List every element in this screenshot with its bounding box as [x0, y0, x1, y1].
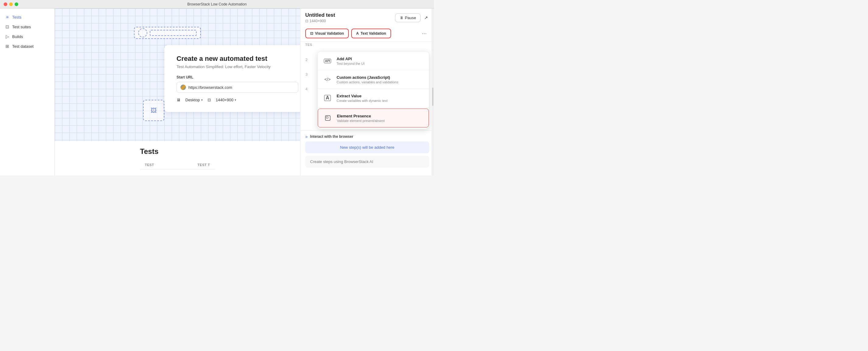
sidebar-item-label-test-dataset: Test dataset: [12, 44, 33, 49]
monitor-small-icon: ⊡: [305, 19, 308, 23]
text-validation-button[interactable]: A Text Validation: [351, 29, 391, 38]
api-icon: API: [322, 56, 332, 66]
extract-value-desc: Create variables with dynamic text: [337, 99, 388, 102]
step-numbers: 2 3 4: [300, 50, 313, 130]
interact-label: Interact with the browser: [310, 134, 353, 139]
test-suites-icon: ⊡: [5, 24, 10, 29]
svg-rect-1: [326, 117, 328, 118]
col-test-type: TEST T: [197, 163, 210, 167]
interact-section: » Interact with the browser New step(s) …: [300, 130, 434, 171]
wireframe-rect: [150, 30, 196, 36]
maximize-button[interactable]: [14, 2, 18, 6]
text-val-icon: A: [356, 31, 359, 36]
add-api-desc: Test beyond the UI: [337, 62, 365, 65]
add-api-title: Add API: [337, 57, 365, 61]
globe-icon: [181, 85, 186, 90]
monitor-icon: 🖥: [177, 98, 181, 102]
visual-val-label: Visual Validation: [315, 31, 344, 36]
panel-title: Untitled test: [305, 12, 393, 18]
extract-icon: A: [322, 93, 332, 103]
tests-icon: ≡: [5, 14, 10, 20]
resolution-subtitle: 1440×900: [310, 19, 326, 23]
title-bar: BrowserStack Low Code Automation: [0, 0, 434, 8]
tests-heading: Tests: [140, 147, 215, 156]
panel-toolbar: ⊡ Visual Validation A Text Validation ⋯: [300, 26, 434, 42]
custom-actions-desc: Custom actions, variables and validation…: [337, 80, 398, 84]
desktop-select[interactable]: Desktop ▾: [185, 98, 203, 102]
sidebar-item-test-suites[interactable]: ⊡ Test suites: [0, 22, 55, 32]
step-num-3: 3: [300, 67, 313, 82]
scrollbar[interactable]: [432, 8, 434, 176]
tests-section: Tests TEST TEST T: [55, 141, 300, 176]
sidebar-item-test-dataset[interactable]: ⊞ Test dataset: [0, 41, 55, 51]
new-step-label: New step(s) will be added here: [340, 145, 394, 150]
element-presence-icon: [323, 113, 333, 123]
wireframe-circle: [138, 28, 147, 37]
step-num-2: 2: [300, 53, 313, 67]
custom-actions-title: Custom actions (JavaScript): [337, 75, 398, 80]
builds-icon: ▷: [5, 34, 10, 39]
wireframe-search-bar: [134, 27, 201, 39]
step-num-4: 4: [300, 82, 313, 96]
dropdown-item-custom-actions[interactable]: </> Custom actions (JavaScript) Custom a…: [318, 70, 429, 89]
url-label: Start URL: [177, 75, 298, 79]
panel-subtitle: ⊡ 1440×900: [305, 19, 393, 23]
desktop-label: Desktop: [185, 98, 200, 102]
sidebar: ≡ Tests ⊡ Test suites ▷ Builds ⊞ Test da…: [0, 8, 55, 176]
app-layout: ≡ Tests ⊡ Test suites ▷ Builds ⊞ Test da…: [0, 8, 434, 176]
minimize-button[interactable]: [9, 2, 13, 6]
create-test-panel: Create a new automated test Test Automat…: [164, 45, 300, 112]
window-controls: [4, 2, 18, 6]
dropdown-item-extract-value[interactable]: A Extract Value Create variables with dy…: [318, 89, 429, 107]
pause-icon: ⏸: [400, 15, 404, 20]
new-step-box: New step(s) will be added here: [305, 141, 429, 153]
expand-button[interactable]: ↗: [423, 14, 429, 21]
scrollbar-thumb: [432, 88, 433, 106]
wireframe-image-box: 🖼: [143, 100, 164, 121]
sidebar-item-tests[interactable]: ≡ Tests: [0, 12, 55, 22]
dropdown-item-element-presence[interactable]: Element Presence Validate element presen…: [318, 108, 429, 127]
sidebar-item-builds[interactable]: ▷ Builds: [0, 32, 55, 41]
extract-value-title: Extract Value: [337, 94, 388, 98]
resolution-select[interactable]: 1440×900 ▾: [216, 98, 236, 102]
ai-step-label: Create steps using BrowserStack AI: [310, 159, 373, 164]
main-canvas: 🖼 Create a new automated test Test Autom…: [55, 8, 300, 176]
panel-top-row: Untitled test ⊡ 1440×900 ⏸ Pause ↗: [300, 8, 434, 26]
custom-actions-content: Custom actions (JavaScript) Custom actio…: [337, 75, 398, 84]
steps-content: API Add API Test beyond the UI </>: [313, 50, 434, 130]
add-api-content: Add API Test beyond the UI: [337, 57, 365, 65]
sidebar-item-label-test-suites: Test suites: [12, 25, 31, 29]
url-input[interactable]: https://browserstack.com: [177, 82, 298, 93]
panel-title-area: Untitled test ⊡ 1440×900: [305, 12, 393, 23]
more-options-button[interactable]: ⋯: [420, 30, 429, 38]
resolution-icon: ⊡: [208, 98, 211, 102]
visual-val-icon: ⊡: [310, 31, 313, 36]
dropdown-menu: API Add API Test beyond the UI </>: [317, 52, 429, 129]
interact-header: » Interact with the browser: [305, 134, 429, 139]
tests-table-header: TEST TEST T: [140, 161, 215, 169]
canvas-wireframe: [134, 27, 201, 39]
interact-expand-button[interactable]: »: [305, 134, 308, 139]
right-panel: Untitled test ⊡ 1440×900 ⏸ Pause ↗ ⊡ Vis…: [300, 8, 434, 176]
code-icon: </>: [322, 74, 332, 84]
step-label: Tes: [300, 42, 434, 48]
element-presence-desc: Validate element present/absent: [337, 119, 385, 123]
element-presence-content: Element Presence Validate element presen…: [337, 114, 385, 123]
url-value: https://browserstack.com: [188, 85, 232, 90]
text-val-label: Text Validation: [361, 31, 386, 36]
device-row: 🖥 Desktop ▾ ⊡ 1440×900 ▾: [177, 98, 298, 102]
visual-validation-button[interactable]: ⊡ Visual Validation: [305, 29, 349, 38]
pause-button[interactable]: ⏸ Pause: [395, 13, 421, 22]
test-dataset-icon: ⊞: [5, 44, 10, 49]
create-test-title: Create a new automated test: [177, 55, 298, 63]
app-title: BrowserStack Low Code Automation: [187, 2, 247, 6]
sidebar-item-label-builds: Builds: [12, 34, 23, 39]
create-test-subtitle: Test Automation Simplified: Low effort, …: [177, 64, 298, 69]
close-button[interactable]: [4, 2, 7, 6]
resolution-label: 1440×900: [216, 98, 234, 102]
sidebar-item-label-tests: Tests: [12, 15, 21, 20]
extract-value-content: Extract Value Create variables with dyna…: [337, 94, 388, 102]
dropdown-item-add-api[interactable]: API Add API Test beyond the UI: [318, 52, 429, 70]
chevron-down-icon-res: ▾: [235, 98, 236, 102]
panel-steps: 2 3 4 API Add API Te: [300, 48, 434, 176]
